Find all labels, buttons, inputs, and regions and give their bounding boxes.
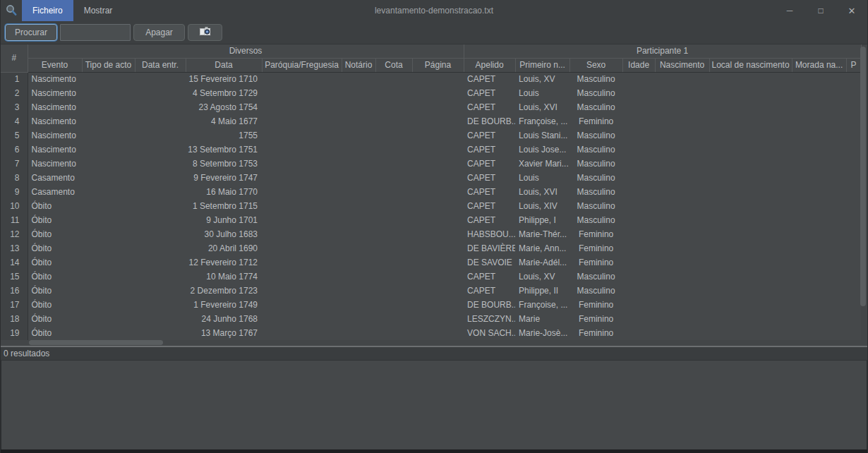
camera-icon bbox=[199, 27, 211, 38]
table-cell-evento: Óbito bbox=[28, 298, 82, 312]
column-header-evento[interactable]: Evento bbox=[28, 58, 82, 72]
column-header-tipo_acto[interactable]: Tipo de acto bbox=[82, 58, 135, 72]
table-area: #DiversosParticipante 1EventoTipo de act… bbox=[1, 44, 867, 346]
table-cell-data: 12 Fevereiro 1712 bbox=[186, 255, 262, 270]
table-cell-primeiro_nome: Louis, XV bbox=[515, 72, 569, 86]
table-cell-evento: Nascimento bbox=[28, 72, 82, 86]
column-header-morada[interactable]: Morada na... bbox=[792, 58, 846, 72]
vertical-scrollbar[interactable] bbox=[860, 46, 867, 341]
horizontal-scrollbar[interactable] bbox=[28, 340, 853, 345]
table-cell-primeiro_nome: Louis Stani... bbox=[515, 128, 569, 143]
column-header-data[interactable]: Data bbox=[186, 58, 262, 72]
column-header-sexo[interactable]: Sexo bbox=[569, 58, 622, 72]
table-cell-apelido: CAPET bbox=[464, 270, 515, 284]
table-cell-tipo_acto bbox=[82, 284, 135, 298]
close-button[interactable]: ✕ bbox=[836, 0, 867, 21]
camera-button[interactable] bbox=[188, 24, 222, 41]
table-cell-idade bbox=[622, 284, 655, 298]
table-cell-nascimento bbox=[655, 72, 709, 86]
column-header-nascimento[interactable]: Nascimento bbox=[655, 58, 709, 72]
table-cell-morada bbox=[792, 72, 846, 86]
maximize-button[interactable]: □ bbox=[805, 0, 836, 21]
table-row[interactable]: 3Nascimento23 Agosto 1754CAPETLouis, XVI… bbox=[1, 100, 861, 114]
table-row[interactable]: 9Casamento16 Maio 1770CAPETLouis, XVIMas… bbox=[1, 185, 861, 199]
table-row[interactable]: 5Nascimento1755CAPETLouis Stani...Mascul… bbox=[1, 128, 861, 143]
table-row[interactable]: 18Óbito24 Junho 1768LESZCZYN...MarieFemi… bbox=[1, 312, 861, 326]
table-row[interactable]: 7Nascimento8 Setembro 1753CAPETXavier Ma… bbox=[1, 157, 861, 171]
table-cell-morada bbox=[792, 143, 846, 157]
table-cell-morada bbox=[792, 298, 846, 312]
table-cell-evento: Óbito bbox=[28, 326, 82, 340]
table-cell-data_entr bbox=[135, 72, 186, 86]
column-header-primeiro_nome[interactable]: Primeiro n... bbox=[515, 58, 569, 72]
column-header-pagina[interactable]: Página bbox=[412, 58, 464, 72]
table-row[interactable]: 15Óbito10 Maio 1774CAPETLouis, XVMasculi… bbox=[1, 270, 861, 284]
table-cell-sexo: Feminino bbox=[569, 114, 622, 128]
table-cell-idade bbox=[622, 312, 655, 326]
table-cell-data_entr bbox=[135, 326, 186, 340]
table-cell-num: 2 bbox=[1, 86, 28, 100]
results-panel[interactable] bbox=[1, 361, 867, 449]
table-cell-cota bbox=[375, 213, 412, 227]
table-row[interactable]: 10Óbito1 Setembro 1715CAPETLouis, XIVMas… bbox=[1, 199, 861, 213]
table-row[interactable]: 13Óbito20 Abril 1690DE BAVIÈREMarie, Ann… bbox=[1, 241, 861, 255]
column-header-apelido[interactable]: Apelido bbox=[464, 58, 515, 72]
table-cell-apelido: CAPET bbox=[464, 86, 515, 100]
table-row[interactable]: 4Nascimento4 Maio 1677DE BOURB...Françoi… bbox=[1, 114, 861, 128]
table-cell-apelido: DE BOURB... bbox=[464, 298, 515, 312]
column-header-notario[interactable]: Notário bbox=[342, 58, 375, 72]
table-cell-apelido: CAPET bbox=[464, 185, 515, 199]
table-row[interactable]: 17Óbito1 Fevereiro 1749DE BOURB...Franço… bbox=[1, 298, 861, 312]
table-cell-idade bbox=[622, 171, 655, 185]
table-cell-local_nascimento bbox=[709, 227, 792, 241]
horizontal-scrollbar-thumb[interactable] bbox=[29, 340, 163, 345]
table-row[interactable]: 11Óbito9 Junho 1701CAPETPhilippe, IMascu… bbox=[1, 213, 861, 227]
table-row[interactable]: 2Nascimento4 Setembro 1729CAPETLouisMasc… bbox=[1, 86, 861, 100]
minimize-button[interactable]: ─ bbox=[774, 0, 805, 21]
apagar-button[interactable]: Apagar bbox=[133, 24, 185, 41]
table-cell-morada bbox=[792, 100, 846, 114]
table-row[interactable]: 6Nascimento13 Setembro 1751CAPETLouis Jo… bbox=[1, 143, 861, 157]
table-cell-local_nascimento bbox=[709, 284, 792, 298]
table-row[interactable]: 12Óbito30 Julho 1683HABSBOU...Marie-Thér… bbox=[1, 227, 861, 241]
table-cell-tipo_acto bbox=[82, 270, 135, 284]
table-cell-apelido: CAPET bbox=[464, 72, 515, 86]
table-cell-p bbox=[846, 86, 861, 100]
column-header-p[interactable]: P bbox=[846, 58, 861, 72]
table-cell-p bbox=[846, 72, 861, 86]
table-cell-cota bbox=[375, 171, 412, 185]
column-header-idade[interactable]: Idade bbox=[622, 58, 655, 72]
table-cell-morada bbox=[792, 171, 846, 185]
column-header-num[interactable]: # bbox=[1, 44, 28, 72]
table-cell-tipo_acto bbox=[82, 86, 135, 100]
records-table: #DiversosParticipante 1EventoTipo de act… bbox=[1, 44, 862, 340]
table-cell-local_nascimento bbox=[709, 72, 792, 86]
column-header-paroquia[interactable]: Paróquia/Freguesia bbox=[262, 58, 342, 72]
table-cell-data_entr bbox=[135, 270, 186, 284]
table-row[interactable]: 14Óbito12 Fevereiro 1712DE SAVOIEMarie-A… bbox=[1, 255, 861, 270]
vertical-scrollbar-thumb[interactable] bbox=[860, 47, 866, 306]
table-cell-tipo_acto bbox=[82, 72, 135, 86]
search-input[interactable] bbox=[60, 24, 131, 41]
table-cell-idade bbox=[622, 241, 655, 255]
menu-ficheiro[interactable]: Ficheiro bbox=[22, 0, 73, 21]
table-row[interactable]: 16Óbito2 Dezembro 1723CAPETPhilippe, IIM… bbox=[1, 284, 861, 298]
table-cell-p bbox=[846, 171, 861, 185]
table-cell-nascimento bbox=[655, 185, 709, 199]
table-cell-evento: Óbito bbox=[28, 213, 82, 227]
table-cell-local_nascimento bbox=[709, 157, 792, 171]
table-row[interactable]: 1Nascimento15 Fevereiro 1710CAPETLouis, … bbox=[1, 72, 861, 86]
column-header-cota[interactable]: Cota bbox=[375, 58, 412, 72]
table-row[interactable]: 19Óbito13 Março 1767VON SACH...Marie-Jos… bbox=[1, 326, 861, 340]
column-header-local_nascimento[interactable]: Local de nascimento bbox=[709, 58, 792, 72]
procurar-button[interactable]: Procurar bbox=[5, 24, 57, 41]
table-cell-sexo: Feminino bbox=[569, 255, 622, 270]
table-row[interactable]: 8Casamento9 Fevereiro 1747CAPETLouisMasc… bbox=[1, 171, 861, 185]
table-cell-nascimento bbox=[655, 114, 709, 128]
table-cell-pagina bbox=[412, 128, 464, 143]
table-cell-notario bbox=[342, 157, 375, 171]
table-cell-notario bbox=[342, 270, 375, 284]
menu-mostrar[interactable]: Mostrar bbox=[73, 0, 123, 21]
table-cell-cota bbox=[375, 86, 412, 100]
column-header-data_entr[interactable]: Data entr. bbox=[135, 58, 186, 72]
